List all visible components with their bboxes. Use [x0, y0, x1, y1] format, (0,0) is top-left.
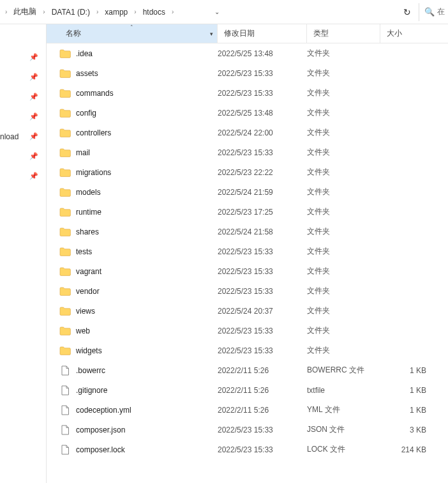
sidebar: 📌 📌 📌 📌 nload📌 📌 📌	[0, 24, 47, 483]
file-type: 文件夹	[307, 88, 380, 98]
file-date: 2022/5/23 15:33	[218, 326, 307, 335]
file-name: codeception.yml	[76, 406, 131, 415]
file-name: composer.lock	[76, 445, 125, 454]
file-date: 2022/5/23 15:33	[218, 89, 307, 98]
column-header-size[interactable]: 大小	[380, 24, 431, 43]
sidebar-item[interactable]: nload📌	[0, 126, 46, 146]
file-name: web	[76, 326, 90, 335]
file-row[interactable]: models2022/5/24 21:59文件夹	[47, 182, 448, 202]
folder-icon	[59, 326, 71, 336]
file-type: 文件夹	[307, 305, 380, 316]
breadcrumb-item[interactable]: DATA1 (D:)	[48, 6, 94, 18]
file-icon	[59, 365, 71, 376]
file-row[interactable]: mail2022/5/23 15:33文件夹	[47, 142, 448, 162]
breadcrumb-item[interactable]: htdocs	[139, 6, 169, 18]
pin-icon: 📌	[29, 152, 38, 160]
sidebar-item[interactable]: 📌	[0, 107, 46, 126]
folder-icon	[59, 49, 71, 59]
breadcrumb-item[interactable]: 此电脑	[10, 5, 40, 19]
column-header-name[interactable]: ˄ 名称 ▾	[47, 24, 218, 43]
file-name: vagrant	[76, 267, 101, 276]
breadcrumbs[interactable]: › 此电脑 › DATA1 (D:) › xampp › htdocs › ⌄	[3, 0, 396, 24]
file-size: 3 KB	[380, 425, 431, 434]
pin-icon: 📌	[29, 93, 38, 101]
folder-icon	[59, 306, 71, 316]
file-icon	[59, 425, 71, 435]
sort-asc-icon: ˄	[130, 24, 133, 31]
file-size: 1 KB	[380, 386, 431, 395]
sidebar-item[interactable]: 📌	[0, 87, 46, 107]
file-row[interactable]: tests2022/5/23 15:33文件夹	[47, 241, 448, 261]
file-name: config	[76, 109, 96, 118]
file-date: 2022/2/11 5:26	[218, 386, 307, 395]
file-row[interactable]: shares2022/5/24 21:58文件夹	[47, 222, 448, 241]
file-type: 文件夹	[307, 127, 380, 138]
file-row[interactable]: controllers2022/5/24 22:00文件夹	[47, 123, 448, 142]
folder-icon	[59, 187, 71, 197]
file-row[interactable]: codeception.yml2022/2/11 5:26YML 文件1 KB	[47, 400, 448, 420]
refresh-button[interactable]: ↻	[396, 7, 419, 17]
file-date: 2022/5/23 15:33	[218, 346, 307, 355]
file-row[interactable]: migrations2022/5/23 22:22文件夹	[47, 162, 448, 182]
file-date: 2022/5/23 15:33	[218, 267, 307, 276]
file-type: 文件夹	[307, 286, 380, 296]
chevron-right-icon[interactable]: ›	[95, 8, 100, 15]
file-date: 2022/5/23 15:33	[218, 287, 307, 296]
file-date: 2022/2/11 5:26	[218, 406, 307, 415]
folder-icon	[59, 227, 71, 237]
file-date: 2022/5/23 15:33	[218, 425, 307, 434]
file-row[interactable]: widgets2022/5/23 15:33文件夹	[47, 341, 448, 360]
column-label: 大小	[387, 28, 402, 39]
file-icon	[59, 405, 71, 415]
file-row[interactable]: composer.json2022/5/23 15:33JSON 文件3 KB	[47, 420, 448, 440]
chevron-down-icon[interactable]: ▾	[210, 31, 213, 37]
pin-icon: 📌	[29, 73, 38, 81]
folder-icon	[59, 68, 71, 79]
file-row[interactable]: views2022/5/24 20:37文件夹	[47, 301, 448, 321]
file-row[interactable]: vendor2022/5/23 15:33文件夹	[47, 281, 448, 301]
file-type: BOWERRC 文件	[307, 365, 380, 376]
chevron-right-icon[interactable]: ›	[41, 8, 46, 15]
file-date: 2022/5/23 15:33	[218, 148, 307, 157]
column-header-type[interactable]: 类型	[307, 24, 380, 43]
file-name: .bowerrc	[76, 366, 105, 375]
file-type: LOCK 文件	[307, 444, 380, 455]
file-row[interactable]: config2022/5/25 13:48文件夹	[47, 103, 448, 123]
file-type: 文件夹	[307, 68, 380, 79]
chevron-right-icon[interactable]: ›	[133, 8, 137, 15]
breadcrumb-item[interactable]: xampp	[101, 6, 131, 18]
file-name: views	[76, 307, 95, 316]
pin-icon: 📌	[29, 172, 38, 180]
file-row[interactable]: assets2022/5/23 15:33文件夹	[47, 63, 448, 83]
file-row[interactable]: composer.lock2022/5/23 15:33LOCK 文件214 K…	[47, 440, 448, 459]
file-row[interactable]: runtime2022/5/23 17:25文件夹	[47, 202, 448, 222]
sidebar-item[interactable]: 📌	[0, 166, 46, 186]
pin-icon: 📌	[29, 53, 38, 61]
file-row[interactable]: commands2022/5/23 15:33文件夹	[47, 83, 448, 103]
file-row[interactable]: .gitignore2022/2/11 5:26txtfile1 KB	[47, 380, 448, 400]
file-date: 2022/5/23 17:25	[218, 208, 307, 217]
file-row[interactable]: vagrant2022/5/23 15:33文件夹	[47, 261, 448, 281]
pin-icon: 📌	[29, 112, 38, 121]
file-date: 2022/5/23 22:22	[218, 168, 307, 177]
chevron-down-icon[interactable]: ⌄	[176, 8, 226, 15]
file-type: 文件夹	[307, 48, 380, 59]
file-name: models	[76, 188, 101, 197]
file-size: 1 KB	[380, 366, 431, 375]
chevron-right-icon[interactable]: ›	[170, 8, 175, 15]
column-header-date[interactable]: 修改日期	[218, 24, 307, 43]
file-row[interactable]: .idea2022/5/25 13:48文件夹	[47, 43, 448, 63]
file-name: commands	[76, 89, 114, 98]
column-label: 类型	[313, 28, 329, 39]
sidebar-item[interactable]: 📌	[0, 67, 46, 87]
file-row[interactable]: .bowerrc2022/2/11 5:26BOWERRC 文件1 KB	[47, 360, 448, 380]
file-size: 1 KB	[380, 406, 431, 415]
search-input[interactable]: 🔍 在	[419, 3, 445, 21]
chevron-right-icon[interactable]: ›	[4, 8, 8, 15]
file-row[interactable]: web2022/5/23 15:33文件夹	[47, 321, 448, 341]
file-type: 文件夹	[307, 325, 380, 336]
sidebar-item[interactable]: 📌	[0, 47, 46, 67]
file-name: assets	[76, 69, 98, 78]
sidebar-item[interactable]: 📌	[0, 146, 46, 166]
file-type: txtfile	[307, 386, 380, 395]
